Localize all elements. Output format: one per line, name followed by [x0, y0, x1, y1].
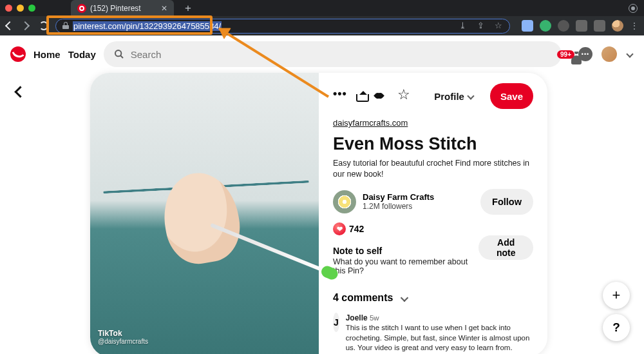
- pinterest-favicon-icon: [77, 4, 86, 13]
- chevron-down-icon: [467, 92, 475, 100]
- notifications-badge: 99+: [557, 50, 574, 59]
- comment-item: J Joelle 5w This is the stitch I want to…: [333, 313, 533, 354]
- more-options-icon[interactable]: [333, 89, 339, 103]
- nav-home[interactable]: Home: [33, 49, 61, 60]
- creator-avatar[interactable]: [333, 190, 356, 213]
- bookmark-star-icon[interactable]: ☆: [494, 21, 503, 30]
- share-page-icon[interactable]: ⇪: [476, 21, 485, 30]
- browser-toolbar: pinterest.com/pin/13229392647585534/ ⤓ ⇪…: [0, 16, 644, 35]
- pin-title: Even Moss Stitch: [333, 134, 533, 154]
- nav-back-icon[interactable]: [5, 21, 15, 31]
- pinterest-header: Home Today 99+: [0, 35, 644, 73]
- omnibox[interactable]: pinterest.com/pin/13229392647585534/ ⤓ ⇪…: [55, 19, 510, 34]
- pinterest-logo-icon[interactable]: [10, 46, 26, 62]
- react-heart-icon[interactable]: [376, 89, 382, 103]
- watermark-handle: @daisyfarmcrafts: [98, 338, 148, 345]
- create-pin-fab[interactable]: +: [603, 282, 630, 309]
- share-icon[interactable]: [354, 89, 360, 103]
- nav-today[interactable]: Today: [68, 49, 96, 60]
- browser-titlebar: (152) Pinterest ✕ +: [0, 0, 644, 16]
- back-arrow-icon[interactable]: [12, 83, 30, 101]
- pin-action-row: Profile Save: [333, 83, 533, 109]
- note-to-self-heading: Note to self: [333, 246, 478, 256]
- comment-author[interactable]: Joelle: [346, 313, 368, 322]
- favorite-star-icon[interactable]: [397, 89, 403, 103]
- pin-media[interactable]: TikTok @daisyfarmcrafts: [90, 73, 319, 354]
- nav-forward-icon: [22, 21, 32, 31]
- help-fab[interactable]: ?: [603, 314, 630, 341]
- comment-text: This is the stitch I want to use when I …: [346, 324, 530, 354]
- messages-icon[interactable]: [578, 47, 592, 61]
- extensions-row: ⋮: [522, 20, 639, 32]
- reading-list-icon[interactable]: [594, 20, 605, 32]
- header-actions: 99+: [569, 46, 634, 62]
- reaction-summary[interactable]: 742: [333, 222, 533, 235]
- extension-2-icon[interactable]: [540, 20, 551, 32]
- source-link[interactable]: daisyfarmcrafts.com: [333, 118, 533, 128]
- pin-area: TikTok @daisyfarmcrafts Profile Save dai…: [0, 73, 644, 354]
- board-select-label: Profile: [434, 91, 464, 102]
- window-controls: [5, 5, 35, 12]
- creator-name[interactable]: Daisy Farm Crafts: [363, 192, 434, 202]
- add-note-button[interactable]: Add note: [478, 235, 533, 260]
- window-zoom[interactable]: [28, 5, 35, 12]
- tab-close-icon[interactable]: ✕: [161, 4, 167, 13]
- browser-menu-icon[interactable]: ⋮: [630, 21, 639, 31]
- svg-point-2: [115, 50, 121, 56]
- media-illustration: [157, 167, 246, 269]
- browser-tab[interactable]: (152) Pinterest ✕: [71, 0, 174, 16]
- browser-profile-avatar[interactable]: [612, 20, 623, 32]
- watermark: TikTok @daisyfarmcrafts: [98, 329, 148, 345]
- comments-toggle[interactable]: 4 comments: [333, 292, 533, 304]
- extensions-puzzle-icon[interactable]: [576, 20, 587, 32]
- tab-title: (152) Pinterest: [90, 4, 141, 13]
- install-app-icon[interactable]: ⤓: [458, 21, 467, 30]
- new-tab-button[interactable]: +: [178, 2, 198, 15]
- pin-details: Profile Save daisyfarmcrafts.com Even Mo…: [319, 73, 547, 354]
- search-icon: [114, 49, 124, 59]
- creator-row: Daisy Farm Crafts 1.2M followers Follow: [333, 189, 533, 215]
- follow-button[interactable]: Follow: [480, 189, 533, 215]
- search-input[interactable]: [129, 48, 551, 61]
- omnibox-actions: ⤓ ⇪ ☆: [458, 21, 503, 30]
- window-minimize[interactable]: [17, 5, 24, 12]
- reaction-count: 742: [349, 224, 364, 234]
- note-to-self-prompt: What do you want to remember about this …: [333, 257, 478, 275]
- watermark-brand: TikTok: [98, 329, 122, 338]
- heart-reaction-icon: [333, 222, 346, 235]
- account-menu-chevron-icon[interactable]: [626, 50, 634, 58]
- comments-count: 4 comments: [333, 292, 393, 304]
- tabs-overflow-icon[interactable]: [629, 4, 638, 13]
- save-button[interactable]: Save: [490, 83, 533, 109]
- extension-3-icon[interactable]: [558, 20, 569, 32]
- url-text[interactable]: pinterest.com/pin/13229392647585534/: [73, 21, 222, 31]
- search-bar[interactable]: [104, 41, 562, 67]
- comment-age: 5w: [370, 314, 379, 322]
- comment-avatar[interactable]: J: [333, 313, 339, 332]
- board-select[interactable]: Profile: [434, 91, 475, 102]
- window-close[interactable]: [5, 5, 12, 12]
- pin-description: Easy tutorial for beautuful crochet Find…: [333, 158, 533, 180]
- extension-1-icon[interactable]: [522, 20, 533, 32]
- lock-icon: [62, 23, 69, 29]
- reload-icon[interactable]: [39, 21, 49, 31]
- user-avatar[interactable]: [601, 46, 617, 62]
- question-icon: ?: [612, 320, 620, 335]
- creator-followers: 1.2M followers: [363, 202, 434, 211]
- chevron-down-icon: [401, 293, 409, 302]
- plus-icon: +: [612, 287, 621, 304]
- pin-card: TikTok @daisyfarmcrafts Profile Save dai…: [90, 73, 547, 354]
- svg-line-3: [120, 55, 123, 58]
